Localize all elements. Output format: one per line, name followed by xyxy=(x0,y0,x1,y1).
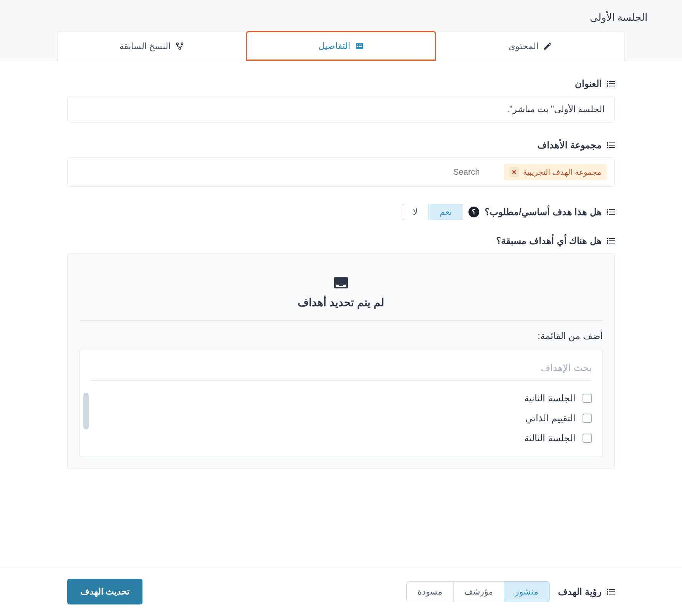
core-toggle: نعم لا xyxy=(402,204,463,220)
tab-details-label: التفاصيل xyxy=(318,41,350,51)
tab-content-label: المحتوى xyxy=(508,41,538,51)
svg-point-17 xyxy=(607,142,608,143)
group-field[interactable]: مجموعة الهدف التجريبية ✕ xyxy=(67,157,615,187)
title-input[interactable] xyxy=(67,96,615,123)
group-chip: مجموعة الهدف التجريبية ✕ xyxy=(504,164,607,180)
svg-point-11 xyxy=(607,81,608,82)
svg-point-7 xyxy=(179,48,181,50)
svg-point-19 xyxy=(607,147,608,148)
svg-point-13 xyxy=(607,86,608,86)
goal-item[interactable]: الجلسة الثانية xyxy=(90,388,592,408)
scrollbar[interactable] xyxy=(83,393,89,429)
menu-icon xyxy=(607,142,615,148)
tabs: المحتوى التفاصيل النسخ السابقة xyxy=(58,31,624,61)
core-yes-button[interactable]: نعم xyxy=(429,204,463,220)
goal-list-box: الجلسة الثانية التقييم الذاتي الجلسة الث… xyxy=(79,350,603,457)
goal-item[interactable]: الجلسة الثالثة xyxy=(90,428,592,448)
goal-item[interactable]: التقييم الذاتي xyxy=(90,408,592,428)
svg-point-5 xyxy=(177,43,179,45)
core-no-button[interactable]: لا xyxy=(402,204,429,220)
group-search-input[interactable] xyxy=(453,167,499,177)
help-icon[interactable]: ؟ xyxy=(468,207,479,217)
pen-icon xyxy=(543,41,552,51)
goal-item-label: الجلسة الثانية xyxy=(524,393,576,404)
core-label: هل هذا هدف أساسي/مطلوب؟ xyxy=(485,207,602,217)
svg-point-12 xyxy=(607,83,608,84)
svg-point-25 xyxy=(607,214,608,215)
chip-remove-icon[interactable]: ✕ xyxy=(509,167,519,177)
add-from-list-label: أضف من القائمة: xyxy=(79,331,603,341)
tab-versions-label: النسخ السابقة xyxy=(119,41,170,51)
svg-point-6 xyxy=(181,43,183,45)
list-icon xyxy=(355,41,364,51)
inbox-icon xyxy=(79,275,603,291)
svg-point-23 xyxy=(607,209,608,210)
checkbox[interactable] xyxy=(583,434,592,443)
svg-point-18 xyxy=(607,145,608,146)
checkbox[interactable] xyxy=(583,394,592,403)
prereq-label: هل هناك أي أهداف مسبقة؟ xyxy=(67,235,615,246)
branch-icon xyxy=(175,41,184,51)
empty-state-text: لم يتم تحديد أهداف xyxy=(79,296,603,309)
group-label: مجموعة الأهداف xyxy=(67,140,615,151)
svg-rect-4 xyxy=(359,46,362,47)
menu-icon xyxy=(607,238,615,244)
goal-item-label: التقييم الذاتي xyxy=(525,413,576,424)
svg-point-30 xyxy=(607,240,608,241)
page-title: الجلسة الأولى xyxy=(35,12,647,23)
svg-point-24 xyxy=(607,212,608,212)
svg-rect-2 xyxy=(359,45,362,45)
svg-rect-1 xyxy=(357,45,358,45)
prereq-panel: لم يتم تحديد أهداف أضف من القائمة: الجلس… xyxy=(67,253,615,469)
tab-versions[interactable]: النسخ السابقة xyxy=(58,31,246,61)
checkbox[interactable] xyxy=(583,414,592,423)
svg-point-31 xyxy=(607,243,608,243)
svg-rect-3 xyxy=(357,46,358,47)
menu-icon xyxy=(607,209,615,215)
tab-content[interactable]: المحتوى xyxy=(436,31,624,61)
tab-details[interactable]: التفاصيل xyxy=(246,31,436,61)
menu-icon xyxy=(607,81,615,87)
goal-item-label: الجلسة الثالثة xyxy=(524,433,576,444)
title-label: العنوان xyxy=(67,78,615,89)
goal-search-input[interactable] xyxy=(90,359,592,381)
svg-point-29 xyxy=(607,238,608,239)
